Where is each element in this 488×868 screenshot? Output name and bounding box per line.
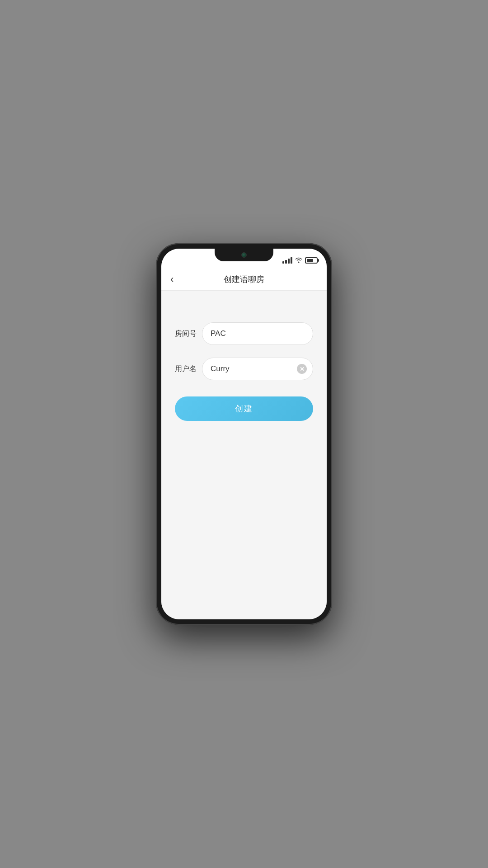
- room-number-label: 房间号: [175, 329, 202, 339]
- room-number-input[interactable]: [202, 322, 313, 345]
- username-row: 用户名 ✕: [175, 358, 313, 380]
- signal-bar-1: [282, 261, 284, 264]
- header: ‹ 创建语聊房: [161, 269, 327, 291]
- username-label: 用户名: [175, 364, 202, 374]
- page-title: 创建语聊房: [170, 274, 318, 285]
- battery-icon: [305, 257, 318, 264]
- signal-indicator: [282, 257, 292, 264]
- notch: [215, 249, 273, 261]
- form-section: 房间号 用户名 ✕ 创建: [175, 322, 313, 421]
- phone-screen: ‹ 创建语聊房 房间号 用户名 ✕: [161, 249, 327, 619]
- room-number-input-wrap: [202, 322, 313, 345]
- signal-bar-4: [291, 257, 292, 264]
- back-icon: ‹: [170, 274, 174, 285]
- battery-fill: [307, 259, 313, 262]
- clear-username-button[interactable]: ✕: [297, 364, 307, 374]
- create-button-label: 创建: [235, 404, 253, 413]
- camera: [241, 252, 247, 258]
- wifi-icon: [295, 257, 302, 264]
- phone-frame: ‹ 创建语聊房 房间号 用户名 ✕: [156, 243, 332, 625]
- signal-bar-3: [288, 259, 290, 264]
- signal-bar-2: [285, 260, 287, 264]
- main-content: 房间号 用户名 ✕ 创建: [161, 291, 327, 619]
- username-input-wrap: ✕: [202, 358, 313, 380]
- back-button[interactable]: ‹: [170, 274, 174, 285]
- create-button[interactable]: 创建: [175, 396, 313, 421]
- room-number-row: 房间号: [175, 322, 313, 345]
